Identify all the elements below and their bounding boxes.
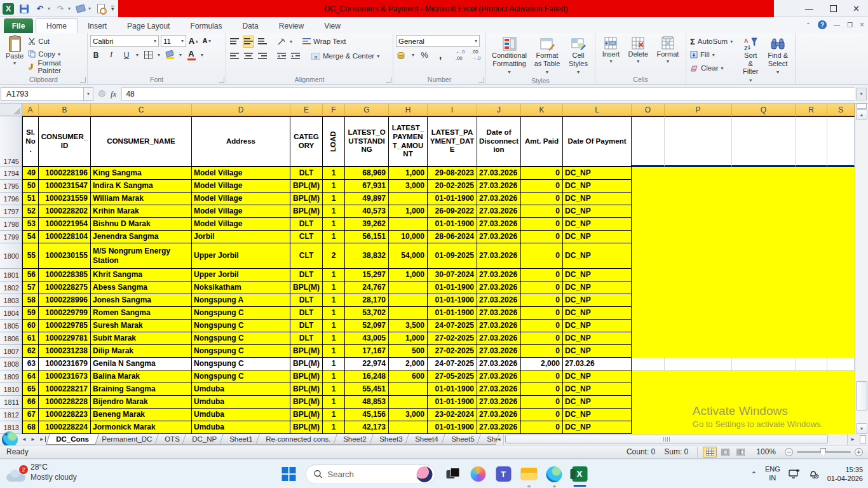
table-header-cell[interactable]: CONSUMER_NAME: [91, 116, 192, 167]
cell[interactable]: 0: [521, 345, 563, 358]
cell[interactable]: 23-02-2024: [428, 409, 477, 421]
undo-dropdown[interactable]: ▾: [48, 6, 50, 11]
cell[interactable]: [389, 307, 428, 320]
cell[interactable]: DC_NP: [563, 370, 632, 383]
table-header-cell[interactable]: Date of Disconnection: [477, 116, 521, 167]
cell[interactable]: DLT: [290, 307, 323, 320]
column-header-Q[interactable]: Q: [732, 104, 796, 116]
excel-taskbar-button[interactable]: X: [571, 466, 588, 483]
insert-function-button[interactable]: fx: [111, 89, 116, 99]
cell[interactable]: BPL(M): [290, 345, 323, 358]
cell[interactable]: 51: [22, 193, 39, 205]
column-header-B[interactable]: B: [39, 104, 91, 116]
print-preview-button[interactable]: [95, 3, 107, 15]
table-header-cell[interactable]: Address: [192, 116, 290, 167]
cell[interactable]: Model Village: [192, 205, 290, 218]
cell[interactable]: 27-02-2025: [428, 345, 477, 358]
empty-cell[interactable]: [796, 358, 827, 370]
cell[interactable]: 1,000: [389, 332, 428, 345]
tab-review[interactable]: Review: [269, 18, 314, 33]
restore-window-button[interactable]: [830, 5, 837, 12]
cell[interactable]: 600: [389, 370, 428, 383]
empty-cell[interactable]: [732, 358, 796, 370]
cell[interactable]: 1: [323, 205, 345, 218]
decrease-decimal-button[interactable]: .00→.0: [470, 49, 482, 61]
cell[interactable]: Suresh Marak: [91, 320, 192, 332]
row-header-1809[interactable]: 1809: [0, 370, 22, 383]
cell[interactable]: 28,170: [345, 294, 389, 307]
row-header-1799[interactable]: 1799: [0, 231, 22, 243]
empty-cell[interactable]: [665, 358, 732, 370]
clock-widget[interactable]: 15:35 01-04-2026: [827, 465, 863, 484]
cell[interactable]: Nongspung C: [192, 307, 290, 320]
empty-cells-region[interactable]: [632, 281, 855, 294]
cell[interactable]: 01-01-1900: [428, 193, 477, 205]
start-button[interactable]: [280, 466, 297, 483]
taskbar-search[interactable]: Search: [306, 464, 436, 484]
row-header-1807[interactable]: 1807: [0, 345, 22, 358]
cell[interactable]: Upper Jorbil: [192, 269, 290, 281]
weather-widget[interactable]: 2 28°C Mostly cloudy: [6, 463, 77, 482]
cell[interactable]: DC_NP: [563, 332, 632, 345]
cell[interactable]: 53,702: [345, 307, 389, 320]
tab-formulas[interactable]: Formulas: [180, 18, 232, 33]
cell[interactable]: DLT: [290, 269, 323, 281]
cell[interactable]: 0: [521, 205, 563, 218]
empty-cell[interactable]: [632, 358, 665, 370]
tab-insert[interactable]: Insert: [78, 18, 117, 33]
zoom-out-button[interactable]: −: [785, 448, 793, 456]
cell[interactable]: 0: [521, 396, 563, 409]
cell[interactable]: 1: [323, 180, 345, 193]
cell[interactable]: 0: [521, 180, 563, 193]
cell[interactable]: [389, 294, 428, 307]
accounting-format-button[interactable]: [396, 49, 407, 61]
cell[interactable]: DC_NP: [563, 320, 632, 332]
workbook-close-button[interactable]: ×: [860, 20, 864, 29]
conditional-formatting-button[interactable]: ConditionalFormatting ▾: [489, 35, 530, 77]
insert-cells-button[interactable]: Insert▾: [599, 35, 623, 74]
cell[interactable]: 27.03.2026: [477, 396, 521, 409]
column-header-S[interactable]: S: [827, 104, 855, 116]
cell[interactable]: 1: [323, 218, 345, 231]
row-header-1795[interactable]: 1795: [0, 180, 22, 193]
cell[interactable]: DC_NP: [563, 421, 632, 434]
empty-cells-region[interactable]: [632, 383, 855, 396]
cell[interactable]: BPL(M): [290, 193, 323, 205]
cell[interactable]: 39,262: [345, 218, 389, 231]
cell[interactable]: Braining Sangma: [91, 383, 192, 396]
cell[interactable]: 42,173: [345, 421, 389, 434]
cell[interactable]: 01-01-1900: [428, 396, 477, 409]
column-header-H[interactable]: H: [389, 104, 428, 116]
cell[interactable]: Umduba: [192, 383, 290, 396]
table-header-cell[interactable]: LATEST_OUTSTANDING: [345, 116, 389, 167]
cell[interactable]: [389, 421, 428, 434]
cell[interactable]: DC_NP: [563, 396, 632, 409]
cell[interactable]: Abess Sangma: [91, 281, 192, 294]
autosum-button[interactable]: ΣAutoSum▾: [689, 35, 734, 48]
cell[interactable]: Umduba: [192, 421, 290, 434]
fill-tool-button[interactable]: [75, 3, 86, 15]
table-header-cell[interactable]: Date Of Payment: [563, 116, 632, 167]
cell[interactable]: 1000231547: [39, 180, 91, 193]
cell[interactable]: 1000230155: [39, 243, 91, 269]
merge-center-button[interactable]: aMerge & Center▾: [310, 50, 381, 62]
row-header-1745[interactable]: 1745: [0, 116, 22, 167]
cell[interactable]: 66: [22, 396, 39, 409]
column-header-P[interactable]: P: [665, 104, 732, 116]
vertical-scrollbar[interactable]: ▲ ▼: [855, 104, 868, 434]
cell[interactable]: 57: [22, 281, 39, 294]
cell[interactable]: Subit Marak: [91, 332, 192, 345]
cell[interactable]: 67,931: [345, 180, 389, 193]
cell[interactable]: 17,167: [345, 345, 389, 358]
cell[interactable]: Bishnu D Marak: [91, 218, 192, 231]
cast-icon[interactable]: [789, 469, 800, 479]
cell[interactable]: 22,974: [345, 358, 389, 370]
cell[interactable]: 01-01-1900: [428, 307, 477, 320]
cell[interactable]: Upper Jorbil: [192, 243, 290, 269]
cell[interactable]: DC_NP: [563, 205, 632, 218]
table-header-cell[interactable]: Sl. No.: [22, 116, 39, 167]
cell[interactable]: 1000229781: [39, 332, 91, 345]
cell[interactable]: Indira K Sangma: [91, 180, 192, 193]
cell[interactable]: William Marak: [91, 193, 192, 205]
sheet-tab-re-connected-cons-[interactable]: Re-connected cons.: [255, 434, 341, 445]
